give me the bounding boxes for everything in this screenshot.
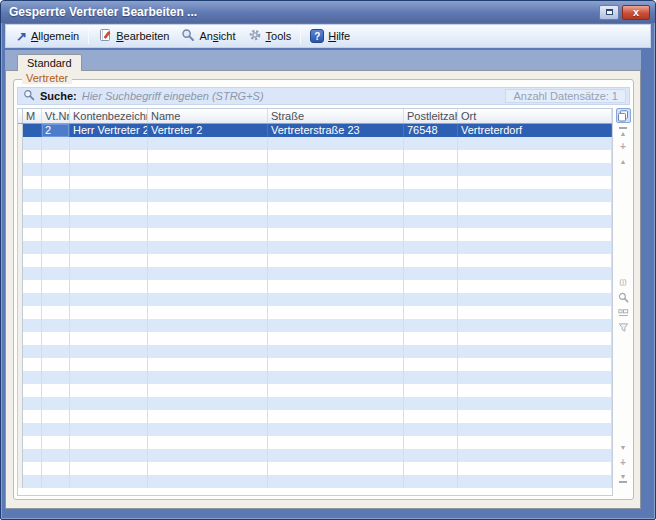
- table-row-empty: [18, 371, 612, 384]
- column-header-strasse[interactable]: Straße: [268, 109, 404, 123]
- scroll-up-icon[interactable]: ▲: [616, 155, 630, 168]
- table-area: M Vt.Nr Kontenbezeichnung Name Straße Po…: [17, 108, 631, 496]
- menu-separator: [300, 28, 301, 44]
- menu-label: Tools: [266, 30, 292, 42]
- help-icon: ?: [310, 29, 324, 43]
- column-chooser-icon[interactable]: [616, 108, 631, 123]
- search-icon: [23, 89, 35, 103]
- tab-standard[interactable]: Standard: [17, 54, 82, 71]
- column-header-m[interactable]: M: [23, 109, 42, 123]
- tab-row: Standard: [5, 50, 641, 70]
- table-icon-strip: ▲ + ▲ (|): [615, 108, 631, 496]
- window-title: Gesperrte Vertreter Bearbeiten ...: [9, 5, 596, 19]
- menu-item-ansicht[interactable]: Ansicht: [175, 26, 241, 46]
- menu-label: Bearbeiten: [116, 30, 169, 42]
- cell-postleitzahl[interactable]: 76548: [404, 124, 458, 137]
- table-row-empty: [18, 228, 612, 241]
- groupbox-vertreter: Vertreter Suche: Hier Suchbegriff eingeb…: [13, 79, 634, 500]
- table-row-empty: [18, 462, 612, 475]
- filter-icon[interactable]: [616, 321, 630, 334]
- table-row-empty: [18, 137, 612, 150]
- menu-label: Allgemein: [31, 30, 79, 42]
- maximize-button[interactable]: [599, 5, 619, 20]
- table-row-empty: [18, 319, 612, 332]
- table-row-empty: [18, 410, 612, 423]
- table-row-empty: [18, 384, 612, 397]
- close-icon: x: [633, 7, 639, 18]
- search-placeholder: Hier Suchbegriff eingeben (STRG+S): [82, 90, 501, 102]
- search-label: Suche:: [40, 90, 77, 102]
- magnifier-icon: [181, 28, 195, 44]
- cell-name[interactable]: Vertreter 2: [148, 124, 268, 137]
- table-row-empty: [18, 423, 612, 436]
- column-header-name[interactable]: Name: [148, 109, 268, 123]
- scroll-to-top-icon[interactable]: ▲: [616, 125, 630, 138]
- table-row-empty: [18, 176, 612, 189]
- cell-kontenbezeichnung[interactable]: Herr Vertreter 2: [70, 124, 148, 137]
- cell-strasse[interactable]: Vertreterstraße 23: [268, 124, 404, 137]
- edit-notebook-icon: [98, 28, 112, 44]
- search-input[interactable]: Suche: Hier Suchbegriff eingeben (STRG+S…: [17, 87, 630, 105]
- table-row-empty: [18, 215, 612, 228]
- table-row-empty: [18, 254, 612, 267]
- content-band: Standard Vertreter Suche: Hier Suchbegri…: [5, 50, 641, 509]
- column-header-postleitzahl[interactable]: Postleitzahl: [404, 109, 458, 123]
- menu-separator: [88, 28, 89, 44]
- tab-panel: Vertreter Suche: Hier Suchbegriff eingeb…: [5, 70, 641, 509]
- table-row-empty: [18, 332, 612, 345]
- menu-item-bearbeiten[interactable]: Bearbeiten: [92, 26, 175, 46]
- table-row-empty: [18, 267, 612, 280]
- table-row-empty: [18, 280, 612, 293]
- zoom-search-icon[interactable]: [616, 291, 630, 304]
- menu-bar: ↗ Allgemein Bearbeiten Ansicht Tools ? H…: [5, 24, 651, 48]
- table-row-empty: [18, 189, 612, 202]
- column-header-vtnr[interactable]: Vt.Nr: [42, 109, 70, 123]
- move-down-icon[interactable]: +: [616, 456, 630, 469]
- table-row-empty: [18, 202, 612, 215]
- sort-az-icon[interactable]: [616, 306, 630, 319]
- menu-item-tools[interactable]: Tools: [242, 26, 298, 46]
- cell-vtnr[interactable]: 2: [42, 124, 70, 137]
- table-row-empty: [18, 306, 612, 319]
- move-up-icon[interactable]: +: [616, 140, 630, 153]
- menu-item-hilfe[interactable]: ? Hilfe: [304, 27, 356, 45]
- gear-icon: [248, 28, 262, 44]
- table-row-empty: [18, 449, 612, 462]
- data-table: M Vt.Nr Kontenbezeichnung Name Straße Po…: [17, 108, 613, 496]
- title-bar: Gesperrte Vertreter Bearbeiten ... x: [1, 1, 655, 23]
- empty-rows-region: [18, 137, 612, 488]
- close-button[interactable]: x: [622, 5, 650, 20]
- menu-item-allgemein[interactable]: ↗ Allgemein: [10, 28, 85, 44]
- table-row-empty: [18, 358, 612, 371]
- cell-m[interactable]: [23, 124, 42, 137]
- fit-columns-icon[interactable]: (|): [616, 276, 630, 289]
- records-count-badge: Anzahl Datensätze: 1: [505, 89, 626, 103]
- column-header-kontenbezeichnung[interactable]: Kontenbezeichnung: [70, 109, 148, 123]
- scroll-to-bottom-icon[interactable]: ▼: [616, 471, 630, 484]
- table-header-row: M Vt.Nr Kontenbezeichnung Name Straße Po…: [18, 109, 612, 124]
- cell-ort[interactable]: Vertreterdorf: [458, 124, 612, 137]
- table-row-selected[interactable]: 2 Herr Vertreter 2 Vertreter 2 Vertreter…: [18, 124, 612, 137]
- menu-label: Ansicht: [199, 30, 235, 42]
- maximize-icon: [606, 9, 613, 15]
- arrow-up-right-icon: ↗: [16, 31, 27, 42]
- table-row-empty: [18, 397, 612, 410]
- table-row-empty: [18, 436, 612, 449]
- table-row-empty: [18, 475, 612, 488]
- groupbox-label: Vertreter: [22, 72, 72, 84]
- column-header-ort[interactable]: Ort: [458, 109, 612, 123]
- scroll-down-icon[interactable]: ▼: [616, 441, 630, 454]
- table-row-empty: [18, 241, 612, 254]
- table-row-empty: [18, 163, 612, 176]
- table-row-empty: [18, 345, 612, 358]
- table-row-empty: [18, 293, 612, 306]
- dialog-window: Gesperrte Vertreter Bearbeiten ... x ↗ A…: [0, 0, 656, 520]
- menu-label: Hilfe: [328, 30, 350, 42]
- table-row-empty: [18, 150, 612, 163]
